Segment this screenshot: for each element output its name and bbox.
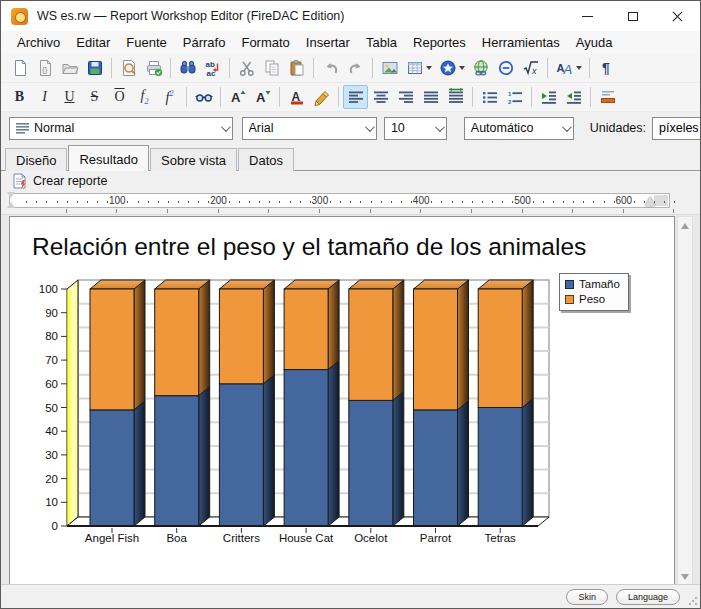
toolbar-separator <box>313 58 314 78</box>
increase-indent-button[interactable] <box>561 85 586 109</box>
font-family-select[interactable]: Arial <box>242 117 377 140</box>
create-report-button[interactable]: Crear reporte <box>8 172 111 190</box>
paste-button[interactable] <box>284 56 309 80</box>
toolbar-format: BIUSOf2f2AAA12 <box>1 83 700 112</box>
overline-button[interactable]: O <box>107 85 132 109</box>
menu-formato[interactable]: Formato <box>233 33 297 52</box>
vertical-scrollbar[interactable] <box>677 216 693 586</box>
insert-symbol-button[interactable] <box>493 56 518 80</box>
subscript-icon: f2 <box>141 89 149 106</box>
tab-resultado[interactable]: Resultado <box>68 145 149 171</box>
find-button[interactable] <box>175 56 200 80</box>
decrease-indent-button[interactable] <box>536 85 561 109</box>
justify-button[interactable] <box>418 85 443 109</box>
copy-icon <box>263 59 281 77</box>
tab-datos[interactable]: Datos <box>238 148 294 171</box>
align-center-button[interactable] <box>368 85 393 109</box>
align-left-icon <box>347 88 365 106</box>
minimize-button[interactable] <box>565 1 610 31</box>
toolbar-separator <box>589 58 590 78</box>
text-style-icon: AA <box>556 59 574 77</box>
print-button[interactable] <box>141 56 166 80</box>
undo-button[interactable] <box>318 56 343 80</box>
copy-button[interactable] <box>259 56 284 80</box>
units-select[interactable]: píxeles <box>652 117 700 140</box>
insert-shape-button[interactable] <box>435 56 468 80</box>
ruler-tick <box>371 201 372 203</box>
scroll-up-button[interactable] <box>678 218 692 233</box>
justify-icon <box>422 88 440 106</box>
svg-text:0: 0 <box>52 520 58 532</box>
readability-button[interactable] <box>191 85 216 109</box>
menu-editar[interactable]: Editar <box>68 33 118 52</box>
paragraph-style-select[interactable]: Normal <box>9 117 233 140</box>
menu-herramientas[interactable]: Herramientas <box>474 33 568 52</box>
redo-button[interactable] <box>343 56 368 80</box>
scroll-down-button[interactable] <box>678 569 692 584</box>
bullet-list-button[interactable] <box>477 85 502 109</box>
open-folder-button[interactable] <box>57 56 82 80</box>
new-document-button[interactable] <box>7 56 32 80</box>
font-color-button[interactable]: A <box>284 85 309 109</box>
tab-diseno[interactable]: Diseño <box>5 148 67 171</box>
ruler-tick <box>583 201 584 203</box>
italic-button[interactable]: I <box>32 85 57 109</box>
ruler-tick <box>188 201 189 203</box>
right-indent-marker[interactable] <box>645 197 655 206</box>
align-left-button[interactable] <box>343 85 368 109</box>
dropdown-arrow-icon <box>459 66 465 70</box>
insert-image-icon <box>381 59 399 77</box>
menu-insertar[interactable]: Insertar <box>298 33 358 52</box>
cut-button[interactable] <box>234 56 259 80</box>
menu-archivo[interactable]: Archivo <box>9 33 68 52</box>
legend-label: Peso <box>579 292 605 307</box>
insert-hyperlink-button[interactable] <box>468 56 493 80</box>
svg-text:80: 80 <box>45 330 58 342</box>
horizontal-rule-button[interactable] <box>595 85 620 109</box>
formatting-marks-button[interactable]: ¶ <box>594 56 619 80</box>
ruler-subtick <box>370 209 371 213</box>
insert-table-button[interactable] <box>402 56 435 80</box>
subscript-button[interactable]: f2 <box>132 85 157 109</box>
align-right-button[interactable] <box>393 85 418 109</box>
menu-parrafo[interactable]: Párrafo <box>175 33 234 52</box>
language-button[interactable]: Language <box>616 589 680 605</box>
insert-table-icon <box>406 59 424 77</box>
ruler-subtick <box>420 209 421 213</box>
skin-button[interactable]: Skin <box>566 589 608 605</box>
superscript-button[interactable]: f2 <box>157 85 182 109</box>
maximize-button[interactable] <box>610 1 655 31</box>
ruler-tick <box>573 201 574 203</box>
resize-grip[interactable] <box>688 596 698 606</box>
replace-button[interactable]: abac <box>200 56 225 80</box>
report-toolbar: Crear reporte <box>1 171 700 191</box>
text-style-button[interactable]: AA <box>552 56 585 80</box>
menu-reportes[interactable]: Reportes <box>405 33 474 52</box>
insert-image-button[interactable] <box>377 56 402 80</box>
tab-sobre-vista[interactable]: Sobre vista <box>150 148 237 171</box>
underline-button[interactable]: U <box>57 85 82 109</box>
code-document-button[interactable]: {} <box>32 56 57 80</box>
bold-button[interactable]: B <box>7 85 32 109</box>
menu-tabla[interactable]: Tabla <box>358 33 405 52</box>
numbered-list-button[interactable]: 12 <box>502 85 527 109</box>
font-size-select[interactable]: 10 <box>384 117 447 140</box>
italic-icon: I <box>42 90 47 104</box>
shrink-font-button[interactable]: A <box>250 85 275 109</box>
close-button[interactable] <box>655 1 700 31</box>
strikethrough-button[interactable]: S <box>82 85 107 109</box>
ruler-tick <box>127 201 128 203</box>
insert-formula-button[interactable]: x <box>518 56 543 80</box>
ruler-subtick <box>572 209 573 213</box>
grow-font-button[interactable]: A <box>225 85 250 109</box>
ruler-tick <box>36 201 37 203</box>
menu-ayuda[interactable]: Ayuda <box>568 33 621 52</box>
ruler-tick <box>604 201 605 203</box>
save-button[interactable] <box>82 56 107 80</box>
print-preview-button[interactable] <box>116 56 141 80</box>
line-spacing-button[interactable] <box>443 85 468 109</box>
highlight-button[interactable] <box>309 85 334 109</box>
menu-fuente[interactable]: Fuente <box>118 33 174 52</box>
font-color-select[interactable]: Automático <box>464 117 574 140</box>
left-indent-marker[interactable] <box>7 192 16 208</box>
